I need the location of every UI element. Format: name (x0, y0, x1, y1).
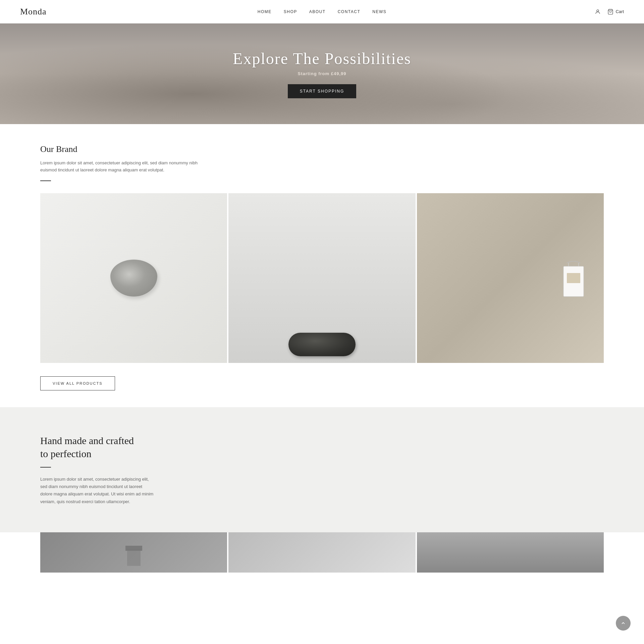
crafted-title: Hand made and crafted to perfection (40, 434, 134, 460)
brand-divider (40, 180, 51, 181)
bottom-decoration-1 (120, 539, 147, 566)
crafted-section: Hand made and crafted to perfection Lore… (0, 407, 644, 532)
product-card-2[interactable] (228, 193, 415, 363)
product-card-3[interactable] (417, 193, 604, 363)
nav-news[interactable]: NEWS (372, 9, 386, 14)
brand-section: Our Brand Lorem ipsum dolor sit amet, co… (0, 124, 644, 407)
hero-content: Explore The Possibilities Starting from … (233, 49, 411, 98)
brand-title: Our Brand (40, 144, 604, 154)
crafted-description: Lorem ipsum dolor sit amet, consectetuer… (40, 476, 154, 505)
nav-contact[interactable]: CONTACT (338, 9, 361, 14)
svg-rect-6 (567, 273, 580, 283)
nav-home[interactable]: HOME (258, 9, 272, 14)
nav-about[interactable]: ABOUT (309, 9, 326, 14)
bottom-preview-section (0, 532, 644, 573)
svg-point-0 (597, 10, 599, 12)
hero-cta-button[interactable]: START SHOPPING (288, 84, 357, 98)
bottom-card-1[interactable] (40, 532, 227, 573)
site-header: Monda HOME SHOP ABOUT CONTACT NEWS Cart (0, 0, 644, 23)
nav-shop[interactable]: SHOP (284, 9, 297, 14)
bottom-card-3[interactable] (417, 532, 604, 573)
site-logo[interactable]: Monda (20, 7, 47, 17)
paper-bag-decoration (557, 256, 590, 300)
bottom-card-2[interactable] (228, 532, 415, 573)
view-all-button[interactable]: VIEW ALL PRODUCTS (40, 376, 115, 390)
cart-label: Cart (615, 9, 624, 14)
product-card-1[interactable] (40, 193, 227, 363)
brand-description: Lorem ipsum dolor sit amet, consectetuer… (40, 160, 201, 174)
hero-section: Explore The Possibilities Starting from … (0, 23, 644, 124)
knot-pillow-decoration-2 (288, 333, 356, 356)
header-actions: Cart (595, 9, 624, 15)
svg-rect-8 (125, 546, 142, 551)
crafted-divider (40, 467, 51, 468)
product-grid (40, 193, 604, 363)
cart-button[interactable]: Cart (607, 9, 624, 15)
hero-subtitle: Starting from £49,99 (233, 71, 411, 76)
bottom-product-grid (40, 532, 604, 573)
svg-rect-7 (127, 549, 141, 566)
cart-icon (607, 9, 613, 15)
account-button[interactable] (595, 9, 601, 15)
knot-pillow-decoration-1 (110, 260, 157, 297)
account-icon (595, 9, 601, 15)
main-nav: HOME SHOP ABOUT CONTACT NEWS (258, 9, 386, 14)
hero-title: Explore The Possibilities (233, 49, 411, 68)
